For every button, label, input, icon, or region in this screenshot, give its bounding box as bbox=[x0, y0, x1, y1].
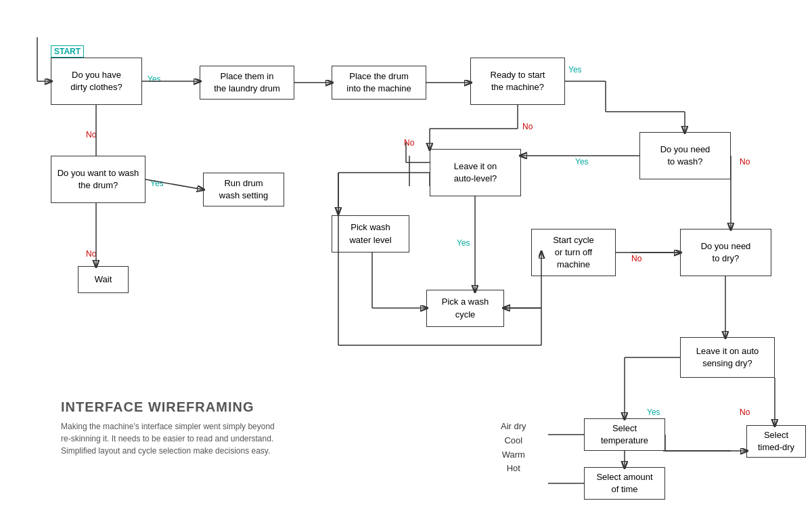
box-water-level: Pick washwater level bbox=[332, 215, 409, 253]
no-need-wash: No bbox=[740, 157, 750, 167]
label-air-dry: Air dryCoolWarmHot bbox=[501, 420, 526, 476]
no-ready: No bbox=[522, 122, 533, 131]
box-select-time: Select amountof time bbox=[584, 467, 665, 500]
box-auto-level: Leave it onauto-level? bbox=[430, 149, 521, 196]
box-need-wash: Do you needto wash? bbox=[639, 132, 731, 179]
box-place-drum: Place them inthe laundry drum bbox=[200, 66, 294, 100]
diagram: START Do you havedirty clothes? Do you w… bbox=[0, 0, 812, 526]
no-auto-level-top: No bbox=[404, 138, 414, 148]
bottom-title: Interface Wireframing bbox=[61, 399, 275, 415]
box-select-timed: Selecttimed-dry bbox=[746, 425, 806, 458]
box-wash-drum: Do you want to washthe drum? bbox=[51, 156, 145, 203]
start-label: START bbox=[51, 45, 84, 58]
no-need-dry: No bbox=[631, 254, 641, 263]
bottom-description: Making the machine's interface simpler w… bbox=[61, 420, 275, 457]
box-auto-dry: Leave it on autosensing dry? bbox=[680, 337, 775, 378]
yes-auto-dry: Yes bbox=[647, 408, 660, 417]
no-wash-drum: No bbox=[86, 249, 96, 259]
yes-wash-drum: Yes bbox=[150, 179, 164, 188]
yes-need-wash: Yes bbox=[575, 157, 589, 167]
yes-auto-level: Yes bbox=[457, 238, 470, 248]
no-auto-dry: No bbox=[740, 408, 750, 417]
no-dirty: No bbox=[86, 130, 96, 139]
bottom-text-block: Interface Wireframing Making the machine… bbox=[61, 399, 275, 457]
box-start-cycle: Start cycleor turn offmachine bbox=[531, 229, 616, 276]
box-pick-cycle: Pick a washcycle bbox=[426, 290, 504, 327]
box-dirty: Do you havedirty clothes? bbox=[51, 58, 142, 105]
box-select-temp: Selecttemperature bbox=[584, 418, 665, 451]
box-ready: Ready to startthe machine? bbox=[470, 58, 565, 105]
box-wait: Wait bbox=[78, 266, 129, 293]
box-run-drum: Run drumwash setting bbox=[203, 173, 284, 206]
box-place-machine: Place the druminto the machine bbox=[332, 66, 426, 100]
yes-ready: Yes bbox=[568, 65, 582, 74]
yes-dirty: Yes bbox=[148, 74, 161, 84]
box-need-dry: Do you needto dry? bbox=[680, 229, 771, 276]
